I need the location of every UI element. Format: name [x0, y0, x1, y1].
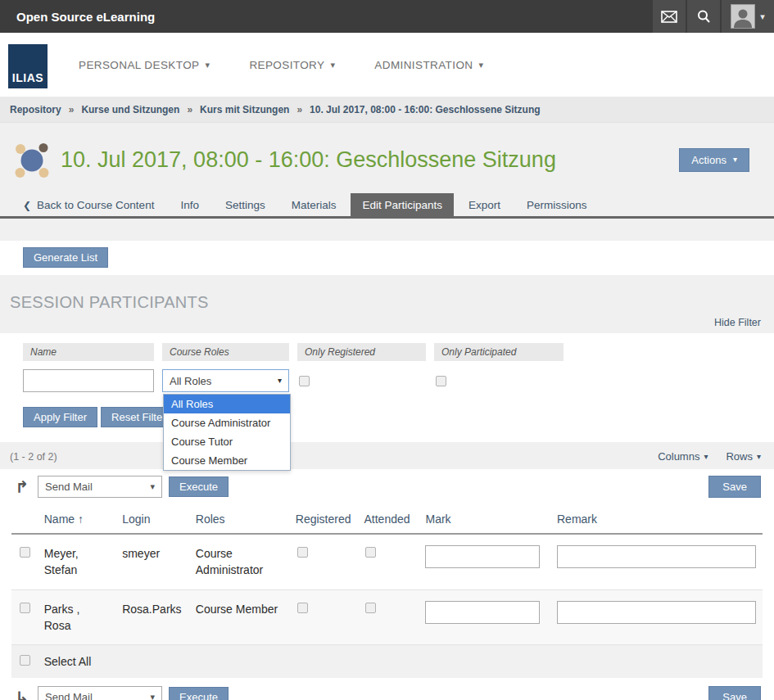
generate-list-button[interactable]: Generate List: [23, 247, 108, 268]
nav-administration[interactable]: ADMINISTRATION ▾: [374, 59, 483, 71]
tab-export[interactable]: Export: [457, 193, 512, 216]
registered-checkbox[interactable]: [297, 547, 308, 558]
option-all-roles[interactable]: All Roles: [164, 395, 290, 413]
attended-checkbox[interactable]: [365, 603, 376, 613]
column-header-attended: Attended: [357, 504, 419, 534]
breadcrumb-separator: »: [69, 104, 75, 115]
tab-info[interactable]: Info: [169, 193, 210, 216]
search-button[interactable]: [687, 0, 720, 33]
execute-button-bottom[interactable]: Execute: [169, 687, 229, 700]
column-header-remark: Remark: [550, 504, 763, 534]
bulk-action-select-bottom[interactable]: Send Mail ▾: [38, 686, 162, 700]
tab-permissions[interactable]: Permissions: [515, 193, 599, 216]
caret-down-icon: ▾: [205, 61, 210, 70]
rows-selector[interactable]: Rows ▾: [726, 450, 761, 463]
column-header-login[interactable]: Login: [115, 504, 189, 534]
save-button-bottom[interactable]: Save: [708, 686, 761, 700]
mail-button[interactable]: [653, 0, 686, 33]
avatar: [731, 4, 755, 29]
option-course-tutor[interactable]: Course Tutor: [164, 432, 290, 451]
user-menu-button[interactable]: ▾: [722, 0, 774, 33]
tab-materials[interactable]: Materials: [280, 193, 348, 216]
cell-name: Meyer, Stefan: [38, 534, 115, 589]
breadcrumb-repository[interactable]: Repository: [10, 104, 61, 115]
save-button-top[interactable]: Save: [708, 476, 761, 498]
arrow-top-right-icon: ↱: [13, 479, 31, 495]
remark-input[interactable]: [557, 601, 756, 624]
hide-filter-link[interactable]: Hide Filter: [714, 317, 761, 328]
row-select-checkbox[interactable]: [20, 603, 30, 613]
result-range-top: (1 - 2 of 2): [10, 451, 57, 463]
table-row: Meyer, Stefan smeyer Course Administrato…: [11, 534, 763, 589]
bulk-actions-bottom: ↳ Send Mail ▾ Execute Save: [11, 678, 763, 700]
participants-table: Name↑ Login Roles Registered Attended Ma…: [11, 504, 763, 678]
option-course-administrator[interactable]: Course Administrator: [164, 413, 290, 432]
registered-checkbox[interactable]: [297, 603, 308, 613]
cell-login: Rosa.Parks: [115, 589, 189, 645]
breadcrumb-current-session[interactable]: 10. Jul 2017, 08:00 - 16:00: Geschlossen…: [310, 104, 540, 115]
toolbar-strip: Generate List: [0, 241, 774, 275]
caret-down-icon: ▾: [330, 61, 335, 70]
apply-filter-button[interactable]: Apply Filter: [23, 407, 97, 427]
cell-name: Parks , Rosa: [38, 589, 115, 645]
mail-icon: [661, 11, 677, 23]
mark-input[interactable]: [425, 601, 540, 624]
row-select-checkbox[interactable]: [20, 547, 30, 558]
caret-down-icon: ▾: [278, 377, 282, 385]
bulk-action-select-top[interactable]: Send Mail ▾: [38, 476, 162, 498]
column-header-roles[interactable]: Roles: [189, 504, 289, 534]
caret-down-icon: ▾: [150, 482, 155, 491]
caret-down-icon: ▾: [478, 61, 483, 70]
cell-login: smeyer: [115, 534, 189, 589]
filter-only-registered-label: Only Registered: [297, 343, 426, 361]
caret-down-icon: ▾: [150, 693, 155, 700]
filter-panel: Name Course Roles All Roles ▾ All Roles …: [0, 333, 774, 442]
columns-selector[interactable]: Columns ▾: [658, 450, 708, 463]
arrow-bottom-right-icon: ↳: [13, 689, 31, 700]
breadcrumb-separator: »: [187, 104, 192, 115]
select-all-row: Select All: [11, 645, 763, 679]
table-header-row: Name↑ Login Roles Registered Attended Ma…: [11, 504, 763, 534]
tab-settings[interactable]: Settings: [214, 193, 277, 216]
caret-down-icon: ▾: [760, 12, 765, 21]
caret-down-icon: ▾: [733, 156, 737, 164]
course-roles-select[interactable]: All Roles ▾ All Roles Course Administrat…: [162, 369, 289, 392]
page-title: 10. Jul 2017, 08:00 - 16:00: Geschlossen…: [61, 147, 679, 173]
tab-edit-participants[interactable]: Edit Participants: [351, 193, 454, 216]
bulk-actions-top: ↱ Send Mail ▾ Execute Save: [11, 469, 763, 504]
cell-roles: Course Member: [189, 589, 289, 645]
sort-ascending-icon: ↑: [78, 513, 84, 526]
cell-roles: Course Administrator: [189, 534, 289, 589]
mark-input[interactable]: [425, 545, 540, 568]
caret-down-icon: ▾: [757, 453, 761, 461]
remark-input[interactable]: [557, 545, 756, 568]
main-nav: PERSONAL DESKTOP ▾ REPOSITORY ▾ ADMINIST…: [79, 59, 483, 71]
nav-repository[interactable]: REPOSITORY ▾: [249, 59, 335, 71]
nav-personal-desktop[interactable]: PERSONAL DESKTOP ▾: [79, 59, 210, 71]
breadcrumb-kurse-und-sitzungen[interactable]: Kurse und Sitzungen: [81, 104, 179, 115]
attended-checkbox[interactable]: [365, 547, 376, 558]
only-participated-checkbox[interactable]: [436, 376, 446, 386]
tab-back-to-course-content[interactable]: ❮ Back to Course Content: [11, 193, 165, 216]
actions-button[interactable]: Actions ▾: [679, 148, 749, 172]
participants-table-container: ↱ Send Mail ▾ Execute Save Name↑ Login R…: [0, 469, 774, 700]
select-all-checkbox[interactable]: [20, 655, 30, 666]
only-registered-checkbox[interactable]: [299, 376, 310, 386]
session-icon: [13, 141, 51, 178]
execute-button-top[interactable]: Execute: [169, 476, 229, 497]
main-header: ILIAS PERSONAL DESKTOP ▾ REPOSITORY ▾ AD…: [0, 33, 774, 97]
ilias-logo[interactable]: ILIAS: [8, 44, 48, 88]
breadcrumb-separator: »: [296, 104, 302, 115]
filter-course-roles-label: Course Roles: [162, 343, 289, 361]
caret-down-icon: ▾: [704, 453, 708, 461]
chevron-left-icon: ❮: [23, 200, 31, 211]
breadcrumb-kurs-mit-sitzungen[interactable]: Kurs mit Sitzungen: [200, 104, 289, 115]
select-all-label: Select All: [38, 645, 763, 679]
column-header-name[interactable]: Name↑: [38, 504, 115, 534]
filter-name-input[interactable]: [23, 369, 154, 392]
page-title-row: 10. Jul 2017, 08:00 - 16:00: Geschlossen…: [0, 123, 774, 193]
filter-only-participated-label: Only Participated: [434, 343, 564, 361]
course-roles-dropdown: All Roles Course Administrator Course Tu…: [163, 394, 291, 471]
option-course-member[interactable]: Course Member: [164, 451, 290, 470]
user-silhouette-icon: [732, 7, 754, 28]
